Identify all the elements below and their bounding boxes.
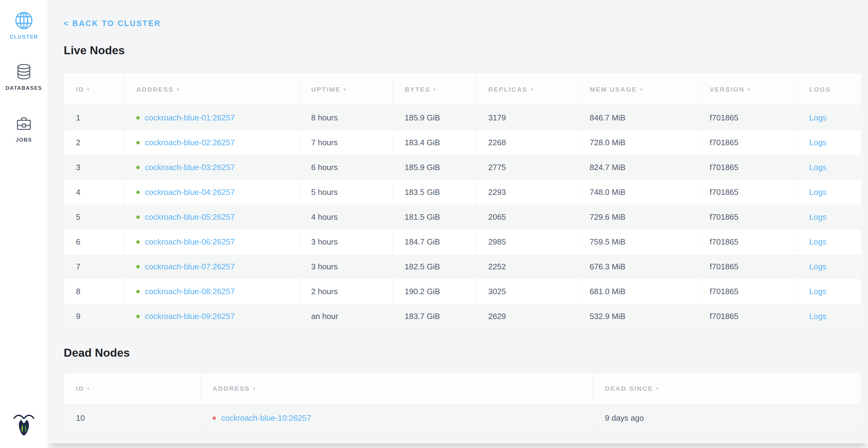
logs-link[interactable]: Logs	[809, 113, 826, 122]
cell-bytes: 181.5 GiB	[393, 205, 476, 230]
column-header-id[interactable]: ID▾	[64, 73, 124, 106]
sidebar-item-label: CLUSTER	[10, 34, 38, 40]
cell-version: f701865	[698, 304, 797, 329]
cell-id: 5	[64, 205, 124, 230]
table-row: 9cockroach-blue-09:26257an hour183.7 GiB…	[64, 304, 862, 329]
cell-replicas: 2252	[476, 254, 578, 279]
cell-bytes: 185.9 GiB	[393, 106, 476, 130]
column-header-uptime[interactable]: UPTIME▾	[299, 73, 393, 106]
live-status-dot-icon	[136, 215, 140, 219]
cell-id: 6	[64, 230, 124, 254]
sort-caret-icon: ▾	[87, 386, 89, 391]
sidebar-item-jobs[interactable]: JOBS	[15, 114, 32, 143]
node-address-link[interactable]: cockroach-blue-06:26257	[145, 237, 235, 246]
sort-caret-icon: ▾	[531, 87, 533, 92]
cell-version: f701865	[698, 180, 797, 205]
cell-version: f701865	[698, 230, 797, 254]
cell-logs: Logs	[797, 230, 862, 254]
cell-address: cockroach-blue-02:26257	[124, 130, 299, 155]
cell-version: f701865	[698, 279, 797, 304]
node-address-link[interactable]: cockroach-blue-04:26257	[145, 187, 235, 197]
table-row: 1cockroach-blue-01:262578 hours185.9 GiB…	[64, 106, 862, 130]
node-address-link[interactable]: cockroach-blue-01:26257	[145, 113, 235, 122]
sort-caret-icon: ▾	[433, 87, 436, 92]
cell-id: 3	[64, 155, 124, 180]
node-address-link[interactable]: cockroach-blue-05:26257	[145, 212, 235, 221]
column-header-dead_since[interactable]: DEAD SINCE▾	[593, 373, 862, 405]
database-icon	[15, 62, 32, 81]
cell-logs: Logs	[797, 279, 862, 304]
logs-link[interactable]: Logs	[809, 287, 826, 296]
column-header-id[interactable]: ID▾	[64, 373, 200, 405]
cell-version: f701865	[698, 155, 797, 180]
logs-link[interactable]: Logs	[809, 163, 826, 172]
live-status-dot-icon	[136, 240, 140, 244]
logs-link[interactable]: Logs	[809, 311, 826, 321]
node-address-link[interactable]: cockroach-blue-07:26257	[145, 262, 235, 271]
cell-logs: Logs	[797, 254, 862, 279]
globe-icon	[14, 11, 33, 30]
cell-logs: Logs	[797, 130, 862, 155]
cell-mem_usage: 676.3 MiB	[578, 254, 698, 279]
cell-id: 2	[64, 130, 124, 155]
node-address-link[interactable]: cockroach-blue-08:26257	[145, 287, 235, 296]
logs-link[interactable]: Logs	[809, 262, 826, 271]
logs-link[interactable]: Logs	[809, 212, 826, 221]
cell-replicas: 2985	[476, 230, 578, 254]
node-address-link[interactable]: cockroach-blue-10:26257	[221, 413, 311, 423]
live-status-dot-icon	[136, 166, 140, 169]
sidebar-item-label: JOBS	[16, 137, 32, 143]
cell-uptime: 7 hours	[299, 130, 393, 155]
cell-id: 1	[64, 106, 124, 130]
column-header-address[interactable]: ADDRESS▾	[124, 73, 299, 106]
column-header-address[interactable]: ADDRESS▾	[200, 373, 593, 405]
cell-mem_usage: 846.7 MiB	[578, 106, 698, 130]
logs-link[interactable]: Logs	[809, 187, 826, 197]
cell-replicas: 2293	[476, 180, 578, 205]
cell-uptime: 4 hours	[299, 205, 393, 230]
column-header-version[interactable]: VERSION▾	[698, 73, 797, 106]
cell-version: f701865	[698, 130, 797, 155]
sort-caret-icon: ▾	[640, 87, 642, 92]
sidebar-item-databases[interactable]: DATABASES	[5, 62, 42, 91]
cell-version: f701865	[698, 254, 797, 279]
logs-link[interactable]: Logs	[809, 237, 826, 246]
sort-caret-icon: ▾	[344, 87, 346, 92]
column-header-bytes[interactable]: BYTES▾	[393, 73, 476, 106]
column-header-label: REPLICAS	[488, 86, 528, 93]
cell-replicas: 3179	[476, 106, 578, 130]
node-address-link[interactable]: cockroach-blue-09:26257	[145, 311, 235, 321]
sort-caret-icon: ▾	[748, 87, 750, 92]
column-header-logs: LOGS	[797, 73, 862, 106]
cell-bytes: 183.5 GiB	[393, 180, 476, 205]
column-header-mem_usage[interactable]: MEM USAGE▾	[578, 73, 698, 106]
column-header-replicas[interactable]: REPLICAS▾	[476, 73, 578, 106]
cell-uptime: 2 hours	[299, 279, 393, 304]
logs-link[interactable]: Logs	[809, 138, 826, 147]
sort-caret-icon: ▾	[177, 87, 179, 92]
table-header-row: ID▾ADDRESS▾DEAD SINCE▾	[64, 373, 862, 405]
cell-version: f701865	[698, 205, 797, 230]
main-content: < BACK TO CLUSTER Live Nodes ID▾ADDRESS▾…	[48, 0, 868, 443]
cell-id: 10	[64, 405, 200, 432]
cell-address: cockroach-blue-05:26257	[124, 205, 299, 230]
cell-mem_usage: 759.5 MiB	[578, 230, 698, 254]
cell-id: 9	[64, 304, 124, 329]
back-to-cluster-link[interactable]: < BACK TO CLUSTER	[64, 20, 161, 27]
node-address-link[interactable]: cockroach-blue-03:26257	[145, 163, 235, 172]
cell-id: 8	[64, 279, 124, 304]
sidebar: CLUSTER DATABASES	[0, 0, 48, 448]
cell-uptime: 5 hours	[299, 180, 393, 205]
live-status-dot-icon	[136, 190, 140, 194]
cell-mem_usage: 729.6 MiB	[578, 205, 698, 230]
briefcase-icon	[15, 114, 32, 133]
table-row: 3cockroach-blue-03:262576 hours185.9 GiB…	[64, 155, 862, 180]
cell-mem_usage: 728.0 MiB	[578, 130, 698, 155]
cell-address: cockroach-blue-07:26257	[124, 254, 299, 279]
cell-dead_since: 9 days ago	[593, 405, 862, 432]
column-header-label: LOGS	[809, 86, 831, 93]
cell-replicas: 2065	[476, 205, 578, 230]
sidebar-item-cluster[interactable]: CLUSTER	[10, 11, 38, 40]
node-address-link[interactable]: cockroach-blue-02:26257	[145, 138, 235, 147]
cell-replicas: 3025	[476, 279, 578, 304]
